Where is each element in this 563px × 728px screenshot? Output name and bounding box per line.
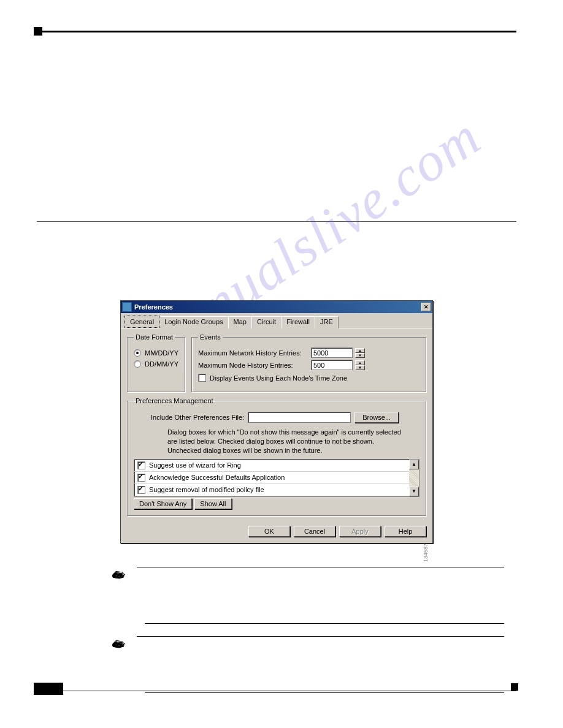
note-rule-bottom (145, 692, 504, 693)
tab-firewall[interactable]: Firewall (281, 316, 315, 328)
note-block-2: ✎ (117, 636, 504, 667)
include-file-input[interactable] (248, 412, 351, 423)
close-button[interactable]: ✕ (421, 303, 431, 311)
max-network-input[interactable] (311, 347, 353, 358)
checklist-label: Suggest removal of modified policy file (149, 486, 264, 493)
dialog-wrapper: Preferences ✕ General Login Node Groups … (37, 300, 516, 544)
dont-show-any-button[interactable]: Don't Show Any (134, 498, 192, 509)
help-button[interactable]: Help (385, 526, 426, 537)
radio-ddmmyy-label: DD/MM/YY (145, 360, 178, 368)
checklist-checkbox[interactable] (137, 461, 145, 469)
spin-down-icon[interactable]: ▼ (355, 353, 365, 358)
note-rule (137, 636, 504, 667)
max-node-spinner: ▲ ▼ (355, 360, 365, 370)
date-format-group: Date Format MM/DD/YY DD/MM/YY (127, 333, 185, 392)
checklist-checkbox[interactable] (137, 486, 145, 494)
info-line3: Unchecked dialog boxes will be shown in … (167, 446, 419, 455)
radio-mmddyy[interactable] (134, 349, 141, 357)
tab-content: Date Format MM/DD/YY DD/MM/YY Events (121, 328, 432, 521)
radio-ddmmyy-row[interactable]: DD/MM/YY (134, 360, 178, 368)
scroll-down-icon[interactable]: ▼ (409, 487, 419, 496)
spin-up-icon[interactable]: ▲ (355, 360, 365, 365)
display-timezone-row[interactable]: Display Events Using Each Node's Time Zo… (198, 374, 419, 382)
include-file-row: Include Other Preferences File: Browse..… (151, 412, 419, 423)
checklist-item[interactable]: Suggest use of wizard for Ring (134, 460, 409, 472)
info-line1: Dialog boxes for which "Do not show this… (167, 428, 419, 437)
prefs-mgmt-legend: Preferences Management (134, 397, 215, 404)
app-icon (122, 302, 132, 312)
radio-ddmmyy[interactable] (134, 360, 141, 368)
checklist-scrollbar[interactable]: ▲ ▼ (409, 460, 419, 496)
max-network-spinner: ▲ ▼ (355, 348, 365, 358)
max-node-input[interactable] (311, 360, 353, 370)
bottom-rule (37, 691, 516, 691)
scroll-up-icon[interactable]: ▲ (409, 460, 419, 469)
checklist-checkbox[interactable] (137, 474, 145, 482)
top-rule (37, 31, 516, 32)
display-timezone-checkbox[interactable] (198, 374, 206, 382)
checklist-button-row: Don't Show Any Show All (134, 498, 419, 509)
checklist-label: Suggest use of wizard for Ring (149, 461, 241, 469)
info-text: Dialog boxes for which "Do not show this… (167, 428, 419, 455)
page-number-box (34, 683, 63, 695)
mid-rule (37, 221, 516, 222)
info-line2: are listed below. Checked dialog boxes w… (167, 437, 419, 446)
ok-button[interactable]: OK (248, 526, 290, 537)
max-node-label: Maximum Node History Entries: (198, 362, 308, 369)
tab-jre[interactable]: JRE (315, 316, 339, 328)
image-reference-id: 134587 (423, 544, 429, 562)
dialog-checklist: Suggest use of wizard for Ring Acknowled… (134, 459, 419, 497)
events-legend: Events (198, 333, 223, 341)
checklist-items: Suggest use of wizard for Ring Acknowled… (134, 460, 409, 496)
max-network-row: Maximum Network History Entries: ▲ ▼ (198, 347, 419, 358)
include-file-label: Include Other Preferences File: (151, 414, 244, 421)
tab-bar: General Login Node Groups Map Circuit Fi… (121, 313, 432, 328)
pencil-icon: ✎ (109, 635, 135, 668)
note-rule (137, 567, 504, 597)
titlebar: Preferences ✕ (121, 301, 432, 313)
max-node-row: Maximum Node History Entries: ▲ ▼ (198, 360, 419, 370)
cancel-button[interactable]: Cancel (294, 526, 335, 537)
spin-up-icon[interactable]: ▲ (355, 348, 365, 353)
prefs-management-group: Preferences Management Include Other Pre… (127, 397, 426, 516)
pencil-icon: ✎ (109, 566, 135, 599)
note-rule-bottom (145, 623, 504, 624)
apply-button[interactable]: Apply (339, 526, 381, 537)
radio-mmddyy-label: MM/DD/YY (145, 349, 178, 357)
max-network-label: Maximum Network History Entries: (198, 349, 308, 357)
checklist-label: Acknowledge Successful Defaults Applicat… (149, 474, 285, 481)
radio-mmddyy-row[interactable]: MM/DD/YY (134, 349, 178, 357)
browse-button[interactable]: Browse... (354, 412, 399, 423)
dialog-button-bar: OK Cancel Apply Help (121, 521, 432, 543)
display-timezone-label: Display Events Using Each Node's Time Zo… (210, 374, 347, 382)
tab-general[interactable]: General (124, 316, 159, 328)
spin-down-icon[interactable]: ▼ (355, 365, 365, 370)
date-format-legend: Date Format (134, 333, 175, 341)
preferences-dialog: Preferences ✕ General Login Node Groups … (120, 300, 433, 544)
note-block-1: ✎ (117, 567, 504, 597)
titlebar-left: Preferences (122, 302, 173, 312)
show-all-button[interactable]: Show All (194, 498, 231, 509)
events-group: Events Maximum Network History Entries: … (191, 333, 426, 392)
tab-map[interactable]: Map (228, 316, 252, 328)
page-frame: manualslive.com Preferences ✕ General Lo… (37, 31, 516, 703)
dialog-title: Preferences (134, 303, 173, 311)
tab-login-node-groups[interactable]: Login Node Groups (159, 316, 228, 328)
checklist-item[interactable]: Suggest removal of modified policy file (134, 484, 409, 496)
checklist-item[interactable]: Acknowledge Successful Defaults Applicat… (134, 472, 409, 484)
tab-circuit[interactable]: Circuit (251, 316, 282, 328)
